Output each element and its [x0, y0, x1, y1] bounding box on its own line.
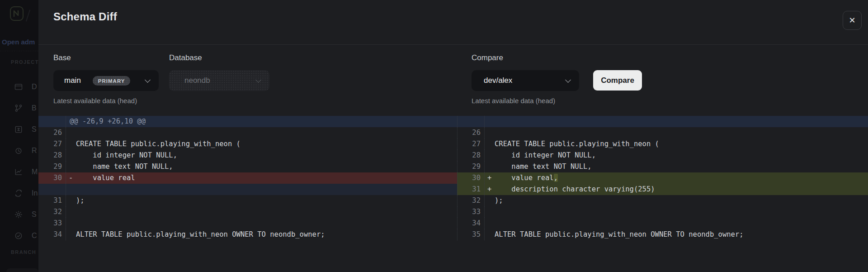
base-label: Base [53, 53, 159, 62]
diff-marker [485, 195, 495, 206]
code-line: value real [76, 172, 457, 184]
code-line: id integer NOT NULL, [495, 150, 868, 161]
base-hint: Latest available data (head) [53, 97, 159, 105]
line-number: 29 [38, 161, 66, 172]
diff-row: 3334 [38, 218, 868, 229]
diff-marker [485, 161, 495, 172]
line-number: 32 [38, 206, 66, 218]
primary-badge: PRIMARY [93, 76, 131, 86]
diff-marker [66, 195, 76, 206]
word-diff-highlight: , [554, 174, 558, 182]
diff-marker [485, 127, 495, 138]
close-button[interactable]: ✕ [843, 11, 862, 30]
line-number: 27 [457, 138, 485, 150]
diff-marker: + [485, 172, 495, 184]
schema-diff-view[interactable]: @@ -26,9 +26,10 @@ 262627CREATE TABLE pu… [38, 116, 868, 240]
line-number: 30 [38, 172, 66, 184]
line-number: 31 [38, 195, 66, 206]
diff-row: 31);32); [38, 195, 868, 206]
line-number: 28 [457, 150, 485, 161]
diff-marker [66, 229, 76, 240]
modal-backdrop [0, 0, 38, 272]
diff-marker [485, 206, 495, 218]
app-root: Open adm PROJECT DBSRMInSC BRANCH Schema… [0, 0, 868, 272]
line-number [38, 116, 66, 127]
code-line: CREATE TABLE public.playing_with_neon ( [76, 138, 457, 150]
code-line [76, 206, 457, 218]
code-line: description character varying(255) [495, 184, 868, 195]
code-line: value real, [495, 172, 868, 184]
line-number: 33 [38, 218, 66, 229]
diff-marker [485, 229, 495, 240]
close-icon: ✕ [849, 15, 855, 25]
diff-row: 3233 [38, 206, 868, 218]
diff-row: 31+ description character varying(255) [38, 184, 868, 195]
compare-branch-select[interactable]: dev/alex [472, 70, 579, 91]
diff-row: 29 name text NOT NULL,29 name text NOT N… [38, 161, 868, 172]
line-number: 35 [457, 229, 485, 240]
line-number: 34 [457, 218, 485, 229]
line-number: 28 [38, 150, 66, 161]
modal-title: Schema Diff [53, 10, 117, 23]
line-number: 31 [457, 184, 485, 195]
diff-marker [66, 218, 76, 229]
diff-marker [485, 218, 495, 229]
code-line: name text NOT NULL, [76, 161, 457, 172]
line-number: 26 [457, 127, 485, 138]
diff-marker [66, 161, 76, 172]
schema-diff-modal: Schema Diff ✕ Base main PRIMARY Latest a… [38, 0, 868, 272]
hunk-header-row: @@ -26,9 +26,10 @@ [38, 116, 868, 127]
line-number [38, 184, 66, 195]
chevron-down-icon [565, 77, 571, 83]
diff-marker [66, 206, 76, 218]
diff-marker [66, 150, 76, 161]
code-line: name text NOT NULL, [495, 161, 868, 172]
compare-label: Compare [472, 53, 642, 62]
database-select[interactable]: neondb [169, 70, 269, 91]
line-number: 32 [457, 195, 485, 206]
database-label: Database [169, 53, 269, 62]
code-line: ); [76, 195, 457, 206]
database-group: Database neondb [169, 53, 269, 91]
chevron-down-icon [255, 77, 261, 83]
diff-row: 2626 [38, 127, 868, 138]
code-line: ALTER TABLE public.playing_with_neon OWN… [76, 229, 457, 240]
base-branch-select[interactable]: main PRIMARY [53, 70, 159, 91]
line-number [457, 116, 485, 127]
diff-marker: + [485, 184, 495, 195]
code-line: ALTER TABLE public.playing_with_neon OWN… [495, 229, 868, 240]
line-number: 27 [38, 138, 66, 150]
line-number: 34 [38, 229, 66, 240]
database-value: neondb [184, 76, 210, 85]
code-line [76, 127, 457, 138]
line-number: 26 [38, 127, 66, 138]
code-line [76, 218, 457, 229]
compare-branch-value: dev/alex [484, 76, 512, 85]
diff-row: 30- value real30+ value real, [38, 172, 868, 184]
line-number: 29 [457, 161, 485, 172]
diff-marker: - [66, 172, 76, 184]
hunk-header: @@ -26,9 +26,10 @@ [66, 116, 146, 127]
diff-marker [485, 150, 495, 161]
compare-hint: Latest available data (head) [472, 97, 642, 105]
diff-row: 28 id integer NOT NULL,28 id integer NOT… [38, 150, 868, 161]
line-number: 30 [457, 172, 485, 184]
line-number: 33 [457, 206, 485, 218]
diff-row: 34ALTER TABLE public.playing_with_neon O… [38, 229, 868, 240]
code-line [495, 206, 868, 218]
diff-marker [66, 138, 76, 150]
diff-marker [66, 127, 76, 138]
diff-row: 27CREATE TABLE public.playing_with_neon … [38, 138, 868, 150]
chevron-down-icon [145, 77, 151, 83]
compare-button[interactable]: Compare [593, 70, 642, 91]
code-line: id integer NOT NULL, [76, 150, 457, 161]
code-line [76, 184, 457, 195]
base-group: Base main PRIMARY Latest available data … [53, 53, 159, 105]
base-branch-value: main [64, 76, 81, 85]
code-line [495, 218, 868, 229]
code-line [495, 127, 868, 138]
code-line: CREATE TABLE public.playing_with_neon ( [495, 138, 868, 150]
modal-header: Schema Diff ✕ [38, 0, 868, 45]
sidebar: Open adm PROJECT DBSRMInSC BRANCH [0, 0, 38, 272]
code-line: ); [495, 195, 868, 206]
